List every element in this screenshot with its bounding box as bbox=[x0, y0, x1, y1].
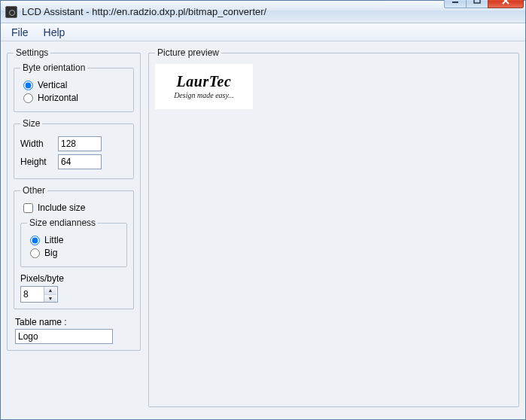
include-size-label: Include size bbox=[38, 202, 85, 213]
menubar: File Help bbox=[1, 23, 525, 41]
minimize-icon bbox=[452, 0, 459, 5]
preview-group: Picture preview LaurTec Design made easy… bbox=[148, 47, 519, 407]
table-name-label: Table name : bbox=[15, 317, 134, 327]
preview-image: LaurTec Design made easy... bbox=[155, 64, 253, 109]
close-button[interactable] bbox=[488, 0, 524, 8]
include-size-checkbox[interactable] bbox=[23, 203, 33, 213]
endianness-group: Size endianness Little Big bbox=[20, 218, 127, 267]
pixels-per-byte-spinner[interactable]: ▲ ▼ bbox=[20, 286, 58, 303]
titlebar: LCD Assistant - http://en.radzio.dxp.pl/… bbox=[1, 1, 525, 23]
endianness-little-row[interactable]: Little bbox=[30, 235, 120, 245]
window-controls bbox=[445, 0, 525, 8]
pixels-per-byte-block: Pixels/byte ▲ ▼ bbox=[20, 273, 127, 303]
width-label: Width bbox=[20, 138, 53, 149]
other-legend: Other bbox=[20, 185, 47, 196]
settings-legend: Settings bbox=[14, 47, 50, 58]
close-icon bbox=[501, 0, 510, 5]
endianness-little-label: Little bbox=[44, 235, 63, 245]
height-label: Height bbox=[20, 157, 53, 167]
endianness-big-label: Big bbox=[44, 248, 57, 258]
client-area: Settings Byte orientation Vertical Horiz… bbox=[1, 41, 525, 419]
orientation-vertical-label: Vertical bbox=[38, 80, 67, 90]
preview-brand-text: LaurTec bbox=[177, 74, 232, 89]
preview-column: Picture preview LaurTec Design made easy… bbox=[148, 47, 519, 413]
other-group: Other Include size Size endianness Littl… bbox=[14, 185, 134, 309]
window-title: LCD Assistant - http://en.radzio.dxp.pl/… bbox=[22, 6, 445, 17]
endianness-legend: Size endianness bbox=[27, 218, 98, 228]
pixels-per-byte-label: Pixels/byte bbox=[20, 273, 127, 284]
maximize-icon bbox=[473, 0, 481, 5]
byte-orientation-legend: Byte orientation bbox=[20, 62, 87, 73]
app-window: LCD Assistant - http://en.radzio.dxp.pl/… bbox=[0, 0, 526, 420]
orientation-horizontal-label: Horizontal bbox=[38, 93, 78, 103]
menu-file[interactable]: File bbox=[4, 25, 36, 40]
endianness-little-radio[interactable] bbox=[30, 236, 40, 245]
minimize-button[interactable] bbox=[444, 0, 467, 8]
pixels-per-byte-input[interactable] bbox=[21, 287, 44, 302]
svg-rect-1 bbox=[474, 0, 480, 3]
include-size-row[interactable]: Include size bbox=[23, 202, 127, 213]
settings-column: Settings Byte orientation Vertical Horiz… bbox=[7, 47, 141, 413]
endianness-big-radio[interactable] bbox=[30, 248, 40, 258]
width-input[interactable] bbox=[58, 136, 102, 151]
maximize-button[interactable] bbox=[466, 0, 488, 8]
height-input[interactable] bbox=[58, 154, 102, 169]
menu-help[interactable]: Help bbox=[36, 25, 73, 40]
size-group: Size Width Height bbox=[14, 118, 134, 179]
endianness-big-row[interactable]: Big bbox=[30, 248, 120, 258]
app-icon bbox=[5, 6, 17, 18]
orientation-vertical-radio[interactable] bbox=[23, 81, 33, 90]
orientation-horizontal-radio[interactable] bbox=[23, 93, 33, 103]
orientation-vertical-row[interactable]: Vertical bbox=[23, 80, 127, 90]
svg-rect-0 bbox=[452, 2, 458, 3]
spin-up-button[interactable]: ▲ bbox=[44, 287, 56, 295]
orientation-horizontal-row[interactable]: Horizontal bbox=[23, 93, 127, 103]
spin-buttons: ▲ ▼ bbox=[44, 287, 56, 302]
spin-down-button[interactable]: ▼ bbox=[44, 295, 56, 303]
settings-group: Settings Byte orientation Vertical Horiz… bbox=[7, 47, 141, 351]
size-legend: Size bbox=[20, 118, 42, 129]
byte-orientation-group: Byte orientation Vertical Horizontal bbox=[14, 62, 134, 112]
table-name-input[interactable] bbox=[15, 329, 113, 344]
preview-tagline-text: Design made easy... bbox=[174, 91, 234, 99]
preview-legend: Picture preview bbox=[155, 47, 221, 58]
